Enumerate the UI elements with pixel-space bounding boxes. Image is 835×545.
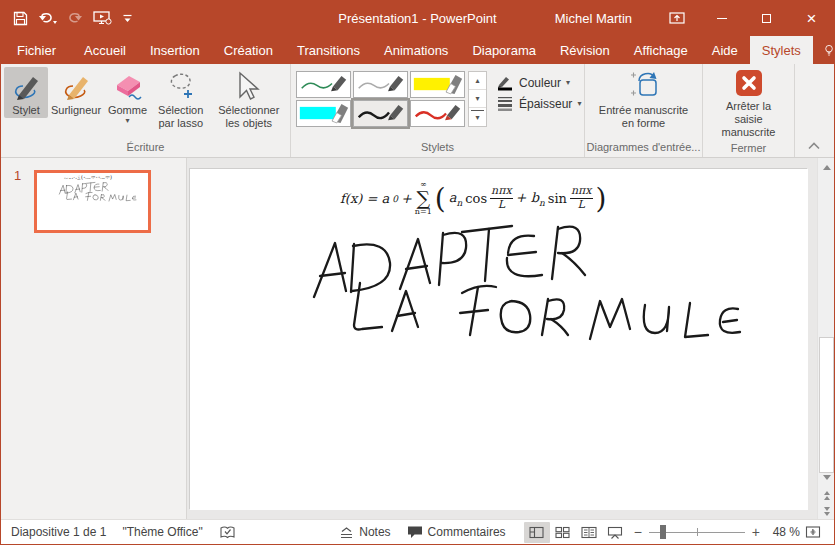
group-stylets: ▴ ▾ ▾ Couleur ▾ bbox=[291, 64, 585, 157]
fit-slide-icon bbox=[805, 525, 821, 539]
select-objects-button[interactable]: Sélectionner les objets bbox=[211, 67, 287, 131]
reading-view-button[interactable] bbox=[576, 522, 602, 543]
eraser-button[interactable]: Gomme ▾ bbox=[104, 67, 151, 126]
next-slide-button[interactable] bbox=[819, 504, 834, 519]
gallery-red-pen[interactable] bbox=[410, 100, 465, 127]
ribbon-display-options-button[interactable] bbox=[654, 0, 699, 36]
tab-revision[interactable]: Révision bbox=[548, 36, 622, 64]
comment-bubble-icon bbox=[407, 525, 423, 539]
ribbon-tab-row: Fichier Accueil Insertion Création Trans… bbox=[1, 36, 834, 64]
zoom-slider-thumb[interactable] bbox=[660, 525, 666, 539]
slide-sorter-icon bbox=[555, 526, 570, 539]
slideshow-icon bbox=[607, 526, 623, 539]
slide-1-thumbnail[interactable]: f(x) = a0 + ∞∑n=1 ( an cos nπxL + bn sin… bbox=[34, 170, 151, 233]
slide-canvas[interactable]: f(x) = a0 + ∞∑n=1 ( an cos nπxL + bn sin… bbox=[189, 168, 807, 509]
scroll-up-button[interactable] bbox=[819, 160, 834, 175]
tab-aide[interactable]: Aide bbox=[700, 36, 750, 64]
slide-sorter-view-button[interactable] bbox=[550, 522, 576, 543]
comments-label: Commentaires bbox=[428, 525, 506, 539]
minimize-icon bbox=[717, 18, 727, 19]
quick-access-toolbar bbox=[1, 10, 133, 26]
tab-creation[interactable]: Création bbox=[212, 36, 285, 64]
gallery-green-pen[interactable] bbox=[296, 71, 351, 98]
slide-indicator[interactable]: Diapositive 1 de 1 bbox=[11, 520, 114, 544]
close-icon: × bbox=[807, 10, 817, 27]
undo-button[interactable] bbox=[38, 11, 58, 25]
notes-toggle[interactable]: Notes bbox=[331, 520, 398, 544]
tab-fichier[interactable]: Fichier bbox=[1, 36, 72, 64]
redo-icon bbox=[68, 11, 83, 25]
highlighter-button[interactable]: Surligneur bbox=[48, 67, 104, 118]
tab-insertion[interactable]: Insertion bbox=[138, 36, 212, 64]
ink-annotation bbox=[190, 169, 808, 510]
tab-affichage[interactable]: Affichage bbox=[622, 36, 700, 64]
lightbulb-icon bbox=[824, 42, 834, 59]
start-from-beginning-button[interactable] bbox=[93, 10, 112, 26]
pen-button[interactable]: Stylet bbox=[4, 67, 48, 118]
eraser-dropdown-arrow[interactable]: ▾ bbox=[125, 117, 129, 125]
signed-in-user[interactable]: Michel Martin bbox=[555, 11, 632, 26]
redo-button[interactable] bbox=[68, 11, 83, 25]
gallery-scrollbar: ▴ ▾ ▾ bbox=[468, 71, 487, 127]
gallery-scroll-up-button[interactable]: ▴ bbox=[469, 72, 486, 90]
comments-toggle[interactable]: Commentaires bbox=[399, 520, 514, 544]
maximize-button[interactable] bbox=[744, 0, 789, 36]
save-button[interactable] bbox=[13, 11, 28, 26]
highlighter-label: Surligneur bbox=[51, 104, 101, 117]
tab-accueil[interactable]: Accueil bbox=[72, 36, 138, 64]
select-objects-label: Sélectionner les objets bbox=[214, 104, 284, 130]
tell-me-button[interactable]: Dites-le-r bbox=[813, 36, 835, 64]
maximize-icon bbox=[762, 14, 771, 23]
thickness-icon bbox=[497, 96, 514, 111]
group-ecriture: Stylet Surligneur bbox=[1, 64, 291, 157]
pen-color-button[interactable]: Couleur ▾ bbox=[497, 75, 581, 91]
previous-slide-button[interactable] bbox=[819, 488, 834, 503]
normal-view-button[interactable] bbox=[524, 522, 550, 543]
zoom-in-button[interactable]: + bbox=[752, 524, 760, 540]
status-bar: Diapositive 1 de 1 "Thème Office" Notes … bbox=[1, 519, 834, 544]
zoom-level[interactable]: 48 % bbox=[766, 525, 800, 539]
slideshow-view-button[interactable] bbox=[602, 522, 628, 543]
slide-thumbnail-pane[interactable]: 1 f(x) = a0 + ∞∑n=1 ( an cos nπxL + bn s… bbox=[1, 158, 187, 519]
fit-to-window-button[interactable] bbox=[800, 522, 826, 543]
zoom-out-button[interactable]: − bbox=[634, 524, 642, 540]
scroll-down-button[interactable] bbox=[819, 470, 834, 485]
tab-stylets[interactable]: Stylets bbox=[750, 36, 813, 64]
triangle-up-icon bbox=[823, 165, 831, 170]
gallery-cyan-highlighter[interactable] bbox=[296, 100, 351, 127]
gallery-yellow-highlighter[interactable] bbox=[410, 71, 465, 98]
pen-thickness-button[interactable]: Épaisseur ▾ bbox=[497, 96, 581, 111]
pen-icon bbox=[10, 70, 42, 102]
lasso-select-button[interactable]: Sélection par lasso bbox=[151, 67, 211, 131]
tab-animations[interactable]: Animations bbox=[372, 36, 460, 64]
group-label-stylets: Stylets bbox=[291, 140, 584, 157]
tab-transitions[interactable]: Transitions bbox=[285, 36, 372, 64]
ink-to-shape-icon bbox=[627, 69, 661, 101]
notes-label: Notes bbox=[359, 525, 390, 539]
gallery-more-button[interactable]: ▾ bbox=[469, 108, 486, 126]
theme-name[interactable]: "Thème Office" bbox=[114, 520, 210, 544]
zoom-slider[interactable] bbox=[649, 525, 745, 539]
ink-to-shape-button[interactable]: Entrée manuscrite en forme bbox=[588, 67, 699, 132]
gallery-silver-pen[interactable] bbox=[353, 71, 408, 98]
scrollbar-thumb[interactable] bbox=[819, 337, 834, 473]
tab-diaporama[interactable]: Diaporama bbox=[460, 36, 548, 64]
thumbnail-ink-annotation bbox=[37, 173, 148, 229]
vertical-scrollbar[interactable] bbox=[817, 158, 834, 519]
slideshow-from-start-icon bbox=[93, 10, 112, 26]
ink-to-shape-label: Entrée manuscrite en forme bbox=[594, 104, 693, 130]
close-button[interactable]: × bbox=[789, 0, 834, 36]
gallery-scroll-down-button[interactable]: ▾ bbox=[469, 90, 486, 108]
reading-view-icon bbox=[581, 526, 597, 539]
powerpoint-window: Présentation1 - PowerPoint Michel Martin… bbox=[0, 0, 835, 545]
stop-inking-button[interactable]: Arrêter la saisie manuscrite bbox=[706, 67, 791, 141]
customize-qat-button[interactable] bbox=[122, 13, 133, 23]
collapse-ribbon-button[interactable] bbox=[808, 142, 822, 154]
gallery-black-pen[interactable] bbox=[353, 100, 408, 127]
accessibility-check-button[interactable] bbox=[211, 520, 244, 544]
normal-view-icon bbox=[529, 526, 544, 539]
slide-number: 1 bbox=[14, 168, 21, 183]
pen-color-dropdown-arrow: ▾ bbox=[566, 79, 570, 87]
customize-toolbar-icon bbox=[122, 13, 133, 23]
minimize-button[interactable] bbox=[699, 0, 744, 36]
